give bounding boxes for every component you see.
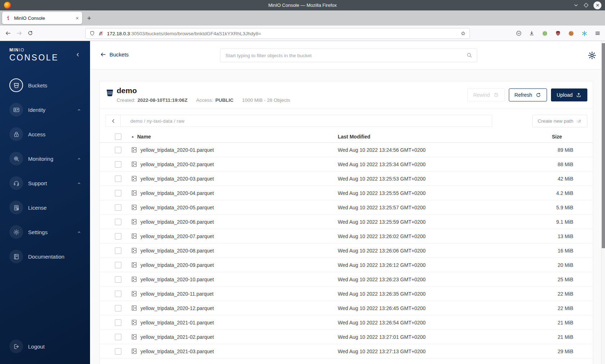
object-size-cell: 29 MiB [541, 349, 573, 354]
sidebar-item[interactable]: Settings [0, 225, 90, 239]
column-header-size[interactable]: Size [541, 134, 573, 140]
page-scrollbar[interactable] [601, 41, 605, 364]
sidebar-item[interactable]: License [0, 201, 90, 214]
object-name-cell[interactable]: yellow_tripdata_2020-06.parquet [131, 218, 329, 225]
privacy-badger-icon[interactable] [542, 30, 548, 37]
table-row[interactable]: yellow_tripdata_2020-10.parquet Wed Aug … [100, 272, 593, 287]
ublock-icon[interactable] [555, 30, 561, 36]
object-name-cell[interactable]: yellow_tripdata_2020-08.parquet [131, 247, 329, 254]
row-checkbox[interactable] [115, 233, 121, 240]
bookmark-star-icon[interactable] [460, 31, 466, 36]
upload-button[interactable]: Upload [551, 88, 587, 101]
new-tab-icon[interactable] [86, 15, 92, 21]
table-row[interactable]: yellow_tripdata_2020-04.parquet Wed Aug … [100, 186, 593, 200]
pocket-icon[interactable] [516, 30, 522, 36]
rewind-button[interactable]: Rewind [467, 88, 505, 101]
back-icon[interactable] [5, 30, 11, 36]
chevron-up-icon[interactable] [77, 181, 81, 186]
filter-objects-input[interactable] [220, 49, 477, 62]
object-name-cell[interactable]: yellow_tripdata_2020-05.parquet [131, 204, 329, 211]
table-row[interactable]: yellow_tripdata_2020-01.parquet Wed Aug … [100, 143, 593, 157]
tracking-shield-icon[interactable] [89, 31, 95, 36]
table-row[interactable]: yellow_tripdata_2020-06.parquet Wed Aug … [100, 215, 593, 229]
sidebar-item[interactable]: Monitoring [0, 152, 90, 165]
breadcrumb-path[interactable]: demo / ny-taxi-data / raw [130, 118, 185, 124]
forward-icon[interactable] [16, 30, 22, 36]
table-row[interactable]: yellow_tripdata_2020-11.parquet Wed Aug … [100, 287, 593, 301]
row-checkbox[interactable] [115, 204, 121, 211]
tab-close-icon[interactable] [75, 16, 79, 20]
sidebar-item[interactable]: Documentation [0, 250, 90, 263]
reload-icon[interactable] [27, 30, 33, 36]
object-name-cell[interactable]: yellow_tripdata_2020-12.parquet [131, 305, 329, 311]
table-row[interactable]: yellow_tripdata_2020-07.parquet Wed Aug … [100, 229, 593, 244]
column-header-modified[interactable]: Last Modified [338, 134, 532, 140]
table-row[interactable]: yellow_tripdata_2020-02.parquet Wed Aug … [100, 157, 593, 172]
sidebar-item[interactable]: Access [0, 127, 90, 141]
settings-gear-icon[interactable] [588, 51, 596, 60]
table-row[interactable]: yellow_tripdata_2020-03.parquet Wed Aug … [100, 172, 593, 186]
select-all-checkbox[interactable] [115, 133, 121, 140]
url-bar[interactable]: 172.18.0.3:30503/buckets/demo/browse/bnk… [85, 28, 470, 39]
extension-asterisk-icon[interactable] [581, 30, 588, 37]
sidebar-item[interactable]: Identity [0, 103, 90, 117]
object-name-cell[interactable]: yellow_tripdata_2020-09.parquet [131, 261, 329, 268]
maximize-icon[interactable] [583, 3, 589, 8]
table-row[interactable]: yellow_tripdata_2020-08.parquet Wed Aug … [100, 244, 593, 258]
column-header-name[interactable]: Name [131, 134, 329, 140]
breadcrumb-back-icon[interactable] [106, 115, 121, 127]
row-checkbox[interactable] [115, 334, 121, 340]
support-icon [13, 180, 20, 187]
row-checkbox[interactable] [115, 176, 121, 182]
object-name-cell[interactable]: yellow_tripdata_2020-10.parquet [131, 276, 329, 283]
object-name-cell[interactable]: yellow_tripdata_2020-07.parquet [131, 233, 329, 240]
chevron-up-icon[interactable] [77, 230, 81, 235]
back-to-buckets-link[interactable]: Buckets [100, 51, 129, 58]
scrollbar-thumb[interactable] [602, 43, 605, 248]
object-name-cell[interactable]: yellow_tripdata_2020-02.parquet [131, 161, 329, 168]
minimize-icon[interactable] [573, 3, 579, 8]
row-checkbox[interactable] [115, 348, 121, 355]
table-row[interactable]: yellow_tripdata_2020-12.parquet Wed Aug … [100, 301, 593, 315]
table-row[interactable]: yellow_tripdata_2021-03.parquet Wed Aug … [100, 344, 593, 359]
insecure-lock-icon[interactable] [98, 31, 104, 36]
table-row[interactable]: yellow_tripdata_2021-01.parquet Wed Aug … [100, 315, 593, 330]
row-checkbox[interactable] [115, 219, 121, 225]
object-name-cell[interactable]: yellow_tripdata_2020-01.parquet [131, 146, 329, 153]
object-name-cell[interactable]: yellow_tripdata_2020-04.parquet [131, 190, 329, 196]
table-row[interactable]: yellow_tripdata_2021-02.parquet Wed Aug … [100, 330, 593, 344]
cookie-icon[interactable] [568, 30, 574, 37]
close-icon[interactable] [593, 1, 601, 9]
table-row[interactable]: yellow_tripdata_2020-09.parquet Wed Aug … [100, 258, 593, 272]
create-new-path-button[interactable]: Create new path [532, 115, 587, 127]
object-name-cell[interactable]: yellow_tripdata_2021-01.parquet [131, 319, 329, 326]
object-modified-cell: Wed Aug 10 2022 13:26:35 GMT+0200 [338, 291, 532, 297]
sidebar-collapse-icon[interactable] [75, 52, 81, 58]
menu-icon[interactable] [595, 30, 601, 36]
row-checkbox[interactable] [115, 147, 121, 153]
chevron-up-icon[interactable] [77, 108, 81, 112]
sidebar-item-logout[interactable]: Logout [0, 340, 45, 353]
object-name-cell[interactable]: yellow_tripdata_2020-03.parquet [131, 175, 329, 182]
chevron-up-icon[interactable] [77, 156, 81, 161]
bucket-access: PUBLIC [215, 97, 233, 103]
object-name-cell[interactable]: yellow_tripdata_2020-11.parquet [131, 290, 329, 297]
object-name-cell[interactable]: yellow_tripdata_2021-02.parquet [131, 333, 329, 340]
download-icon[interactable] [529, 30, 535, 36]
refresh-button[interactable]: Refresh [509, 88, 547, 101]
object-name-cell[interactable]: yellow_tripdata_2021-03.parquet [131, 348, 329, 355]
row-checkbox[interactable] [115, 319, 121, 326]
object-size-cell: 88 MiB [541, 161, 573, 167]
sidebar-item[interactable]: Buckets [0, 78, 90, 92]
row-checkbox[interactable] [115, 161, 121, 168]
row-checkbox[interactable] [115, 276, 121, 283]
browser-tab[interactable]: MinIO Console [2, 12, 82, 24]
sidebar-item[interactable]: Support [0, 176, 90, 190]
row-checkbox[interactable] [115, 190, 121, 196]
row-checkbox[interactable] [115, 305, 121, 311]
row-checkbox[interactable] [115, 291, 121, 297]
row-checkbox[interactable] [115, 247, 121, 254]
table-row[interactable]: yellow_tripdata_2020-05.parquet Wed Aug … [100, 200, 593, 215]
object-size-cell: 22 MiB [541, 305, 573, 311]
row-checkbox[interactable] [115, 262, 121, 268]
